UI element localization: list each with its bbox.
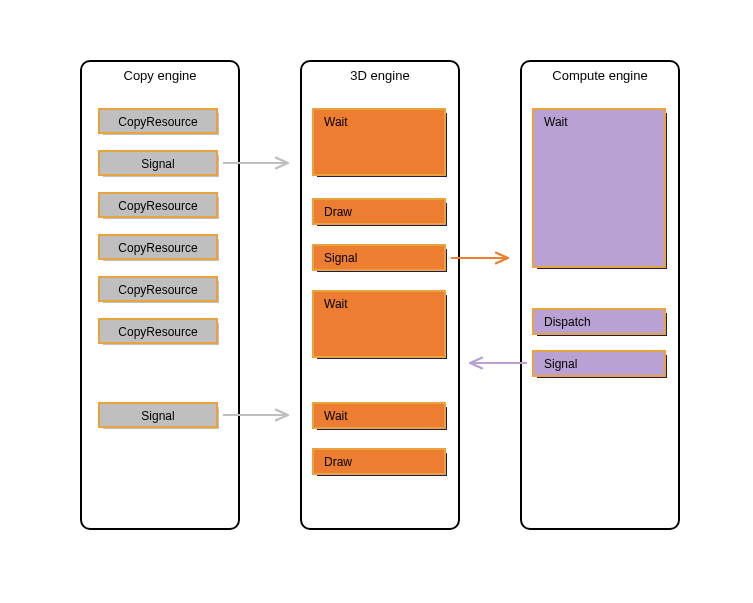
copy-op-label: Signal	[141, 157, 174, 171]
copy-op-label: CopyResource	[118, 283, 197, 297]
copy-op-5: CopyResource	[98, 318, 218, 344]
d3-op-2: Signal	[312, 244, 446, 271]
d3-op-label: Signal	[324, 251, 357, 265]
copy-op-3: CopyResource	[98, 234, 218, 260]
copy-op-6: Signal	[98, 402, 218, 428]
copy-op-label: CopyResource	[118, 241, 197, 255]
d3-op-1: Draw	[312, 198, 446, 225]
copy-op-0: CopyResource	[98, 108, 218, 134]
engine-copy-title: Copy engine	[82, 62, 238, 85]
copy-op-label: CopyResource	[118, 325, 197, 339]
compute-op-label: Wait	[544, 115, 568, 129]
copy-op-4: CopyResource	[98, 276, 218, 302]
d3-op-label: Wait	[324, 297, 348, 311]
engine-compute-title: Compute engine	[522, 62, 678, 85]
copy-op-label: CopyResource	[118, 115, 197, 129]
compute-op-2: Signal	[532, 350, 666, 377]
copy-op-1: Signal	[98, 150, 218, 176]
diagram-canvas: Copy engine 3D engine Compute engine Cop…	[0, 0, 753, 603]
d3-op-3: Wait	[312, 290, 446, 358]
compute-op-0: Wait	[532, 108, 666, 268]
d3-op-label: Draw	[324, 205, 352, 219]
engine-3d-title: 3D engine	[302, 62, 458, 85]
copy-op-label: Signal	[141, 409, 174, 423]
copy-op-2: CopyResource	[98, 192, 218, 218]
d3-op-4: Wait	[312, 402, 446, 429]
d3-op-5: Draw	[312, 448, 446, 475]
d3-op-label: Draw	[324, 455, 352, 469]
copy-op-label: CopyResource	[118, 199, 197, 213]
d3-op-label: Wait	[324, 409, 348, 423]
d3-op-0: Wait	[312, 108, 446, 176]
compute-op-1: Dispatch	[532, 308, 666, 335]
d3-op-label: Wait	[324, 115, 348, 129]
compute-op-label: Signal	[544, 357, 577, 371]
compute-op-label: Dispatch	[544, 315, 591, 329]
